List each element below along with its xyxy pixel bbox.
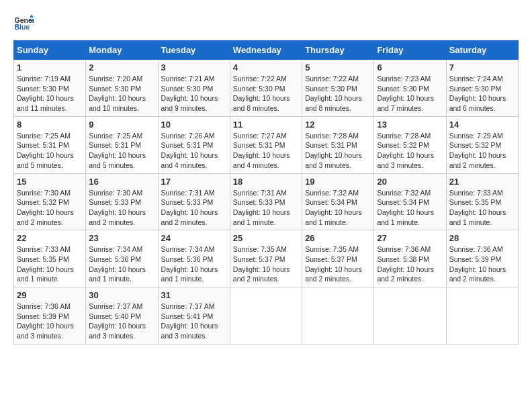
day-cell: 8 Sunrise: 7:25 AM Sunset: 5:31 PM Dayli… [14, 116, 86, 173]
day-number: 12 [305, 120, 371, 130]
day-detail: Sunrise: 7:30 AM Sunset: 5:32 PM Dayligh… [17, 188, 83, 228]
day-detail: Sunrise: 7:37 AM Sunset: 5:41 PM Dayligh… [161, 302, 227, 341]
day-detail: Sunrise: 7:32 AM Sunset: 5:34 PM Dayligh… [305, 188, 371, 228]
day-detail: Sunrise: 7:33 AM Sunset: 5:35 PM Dayligh… [449, 188, 515, 228]
day-number: 28 [449, 233, 515, 243]
day-cell: 22 Sunrise: 7:33 AM Sunset: 5:35 PM Dayl… [14, 230, 86, 287]
day-cell: 14 Sunrise: 7:29 AM Sunset: 5:32 PM Dayl… [446, 116, 518, 173]
day-cell [302, 287, 374, 345]
page-header: General Blue [13, 13, 519, 34]
week-row-2: 8 Sunrise: 7:25 AM Sunset: 5:31 PM Dayli… [14, 116, 519, 173]
day-number: 8 [17, 120, 83, 130]
day-cell: 19 Sunrise: 7:32 AM Sunset: 5:34 PM Dayl… [302, 173, 374, 230]
day-cell: 27 Sunrise: 7:36 AM Sunset: 5:38 PM Dayl… [374, 230, 446, 287]
day-number: 23 [89, 233, 154, 243]
day-number: 22 [17, 233, 83, 243]
day-detail: Sunrise: 7:25 AM Sunset: 5:31 PM Dayligh… [17, 131, 83, 171]
header-tuesday: Tuesday [158, 41, 230, 60]
day-cell: 10 Sunrise: 7:26 AM Sunset: 5:31 PM Dayl… [158, 116, 230, 173]
logo: General Blue [13, 13, 36, 34]
day-cell: 29 Sunrise: 7:36 AM Sunset: 5:39 PM Dayl… [14, 287, 86, 345]
day-cell: 1 Sunrise: 7:19 AM Sunset: 5:30 PM Dayli… [14, 60, 86, 117]
day-detail: Sunrise: 7:36 AM Sunset: 5:39 PM Dayligh… [17, 302, 83, 341]
calendar-header-row: SundayMondayTuesdayWednesdayThursdayFrid… [14, 41, 519, 60]
day-number: 24 [161, 233, 227, 243]
day-cell: 25 Sunrise: 7:35 AM Sunset: 5:37 PM Dayl… [230, 230, 302, 287]
logo-icon: General Blue [13, 13, 34, 34]
day-cell: 28 Sunrise: 7:36 AM Sunset: 5:39 PM Dayl… [446, 230, 518, 287]
day-detail: Sunrise: 7:30 AM Sunset: 5:33 PM Dayligh… [89, 188, 154, 228]
day-detail: Sunrise: 7:24 AM Sunset: 5:30 PM Dayligh… [449, 74, 515, 113]
day-detail: Sunrise: 7:31 AM Sunset: 5:33 PM Dayligh… [233, 188, 299, 228]
header-friday: Friday [374, 41, 446, 60]
day-number: 20 [377, 177, 443, 187]
day-number: 26 [305, 233, 371, 243]
day-number: 4 [233, 62, 299, 73]
header-thursday: Thursday [302, 41, 374, 60]
day-detail: Sunrise: 7:36 AM Sunset: 5:39 PM Dayligh… [449, 244, 515, 284]
day-detail: Sunrise: 7:33 AM Sunset: 5:35 PM Dayligh… [17, 244, 83, 284]
day-cell: 16 Sunrise: 7:30 AM Sunset: 5:33 PM Dayl… [86, 173, 158, 230]
day-detail: Sunrise: 7:28 AM Sunset: 5:32 PM Dayligh… [377, 131, 443, 171]
day-number: 27 [377, 233, 443, 243]
day-detail: Sunrise: 7:21 AM Sunset: 5:30 PM Dayligh… [161, 74, 227, 113]
day-detail: Sunrise: 7:28 AM Sunset: 5:31 PM Dayligh… [305, 131, 371, 171]
day-number: 31 [161, 290, 227, 300]
week-row-3: 15 Sunrise: 7:30 AM Sunset: 5:32 PM Dayl… [14, 173, 519, 230]
day-cell: 6 Sunrise: 7:23 AM Sunset: 5:30 PM Dayli… [374, 60, 446, 117]
day-number: 6 [377, 62, 443, 73]
day-number: 9 [89, 120, 154, 130]
day-detail: Sunrise: 7:35 AM Sunset: 5:37 PM Dayligh… [233, 244, 299, 284]
day-number: 13 [377, 120, 443, 130]
day-cell: 13 Sunrise: 7:28 AM Sunset: 5:32 PM Dayl… [374, 116, 446, 173]
day-detail: Sunrise: 7:36 AM Sunset: 5:38 PM Dayligh… [377, 244, 443, 284]
week-row-5: 29 Sunrise: 7:36 AM Sunset: 5:39 PM Dayl… [14, 287, 519, 345]
week-row-4: 22 Sunrise: 7:33 AM Sunset: 5:35 PM Dayl… [14, 230, 519, 287]
day-cell: 31 Sunrise: 7:37 AM Sunset: 5:41 PM Dayl… [158, 287, 230, 345]
day-cell: 4 Sunrise: 7:22 AM Sunset: 5:30 PM Dayli… [230, 60, 302, 117]
day-detail: Sunrise: 7:22 AM Sunset: 5:30 PM Dayligh… [233, 74, 299, 113]
day-number: 14 [449, 120, 515, 130]
day-cell: 18 Sunrise: 7:31 AM Sunset: 5:33 PM Dayl… [230, 173, 302, 230]
day-detail: Sunrise: 7:20 AM Sunset: 5:30 PM Dayligh… [89, 74, 154, 113]
day-number: 21 [449, 177, 515, 187]
day-number: 25 [233, 233, 299, 243]
day-cell: 30 Sunrise: 7:37 AM Sunset: 5:40 PM Dayl… [86, 287, 158, 345]
header-wednesday: Wednesday [230, 41, 302, 60]
day-cell: 12 Sunrise: 7:28 AM Sunset: 5:31 PM Dayl… [302, 116, 374, 173]
day-number: 7 [449, 62, 515, 73]
day-number: 10 [161, 120, 227, 130]
day-cell: 9 Sunrise: 7:25 AM Sunset: 5:31 PM Dayli… [86, 116, 158, 173]
svg-text:Blue: Blue [15, 23, 30, 31]
day-cell: 24 Sunrise: 7:34 AM Sunset: 5:36 PM Dayl… [158, 230, 230, 287]
week-row-1: 1 Sunrise: 7:19 AM Sunset: 5:30 PM Dayli… [14, 60, 519, 117]
day-detail: Sunrise: 7:37 AM Sunset: 5:40 PM Dayligh… [89, 302, 154, 341]
day-detail: Sunrise: 7:35 AM Sunset: 5:37 PM Dayligh… [305, 244, 371, 284]
day-cell: 7 Sunrise: 7:24 AM Sunset: 5:30 PM Dayli… [446, 60, 518, 117]
day-number: 2 [89, 62, 154, 73]
day-cell: 11 Sunrise: 7:27 AM Sunset: 5:31 PM Dayl… [230, 116, 302, 173]
day-number: 19 [305, 177, 371, 187]
day-detail: Sunrise: 7:29 AM Sunset: 5:32 PM Dayligh… [449, 131, 515, 171]
day-cell: 2 Sunrise: 7:20 AM Sunset: 5:30 PM Dayli… [86, 60, 158, 117]
day-number: 11 [233, 120, 299, 130]
header-sunday: Sunday [14, 41, 86, 60]
day-number: 15 [17, 177, 83, 187]
day-detail: Sunrise: 7:31 AM Sunset: 5:33 PM Dayligh… [161, 188, 227, 228]
day-cell: 5 Sunrise: 7:22 AM Sunset: 5:30 PM Dayli… [302, 60, 374, 117]
day-number: 29 [17, 290, 83, 300]
day-number: 5 [305, 62, 371, 73]
day-cell [230, 287, 302, 345]
header-monday: Monday [86, 41, 158, 60]
day-number: 1 [17, 62, 83, 73]
day-detail: Sunrise: 7:22 AM Sunset: 5:30 PM Dayligh… [305, 74, 371, 113]
header-saturday: Saturday [446, 41, 518, 60]
calendar-table: SundayMondayTuesdayWednesdayThursdayFrid… [13, 40, 519, 345]
day-cell: 3 Sunrise: 7:21 AM Sunset: 5:30 PM Dayli… [158, 60, 230, 117]
day-cell: 17 Sunrise: 7:31 AM Sunset: 5:33 PM Dayl… [158, 173, 230, 230]
day-cell: 23 Sunrise: 7:34 AM Sunset: 5:36 PM Dayl… [86, 230, 158, 287]
day-cell: 21 Sunrise: 7:33 AM Sunset: 5:35 PM Dayl… [446, 173, 518, 230]
day-cell: 15 Sunrise: 7:30 AM Sunset: 5:32 PM Dayl… [14, 173, 86, 230]
day-detail: Sunrise: 7:19 AM Sunset: 5:30 PM Dayligh… [17, 74, 83, 113]
day-detail: Sunrise: 7:26 AM Sunset: 5:31 PM Dayligh… [161, 131, 227, 171]
